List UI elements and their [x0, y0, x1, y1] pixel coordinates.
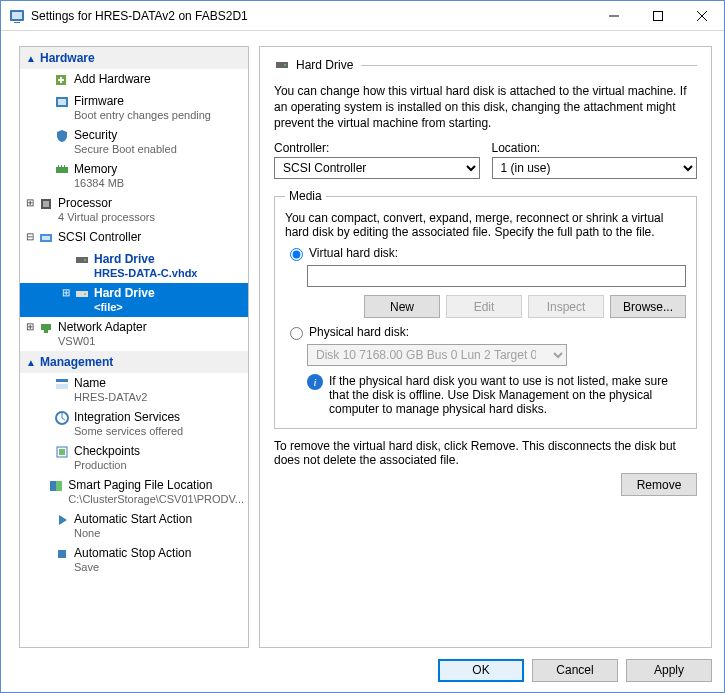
- svg-rect-34: [58, 550, 66, 558]
- svg-point-36: [284, 64, 286, 66]
- network-icon: [38, 320, 54, 336]
- name-icon: [54, 376, 70, 392]
- svg-rect-15: [64, 165, 65, 167]
- tree-security[interactable]: SecuritySecure Boot enabled: [20, 125, 248, 159]
- svg-rect-19: [42, 236, 50, 240]
- checkpoints-icon: [54, 444, 70, 460]
- paging-icon: [48, 478, 64, 494]
- new-button[interactable]: New: [364, 295, 440, 318]
- remove-desc: To remove the virtual hard disk, click R…: [274, 439, 697, 467]
- svg-rect-24: [41, 324, 51, 330]
- intro-text: You can change how this virtual hard dis…: [274, 83, 697, 131]
- expand-icon[interactable]: ⊞: [24, 321, 36, 332]
- scsi-icon: [38, 230, 54, 246]
- inspect-button: Inspect: [528, 295, 604, 318]
- shield-icon: [54, 128, 70, 144]
- svg-rect-13: [58, 165, 59, 167]
- expand-icon[interactable]: ⊞: [60, 287, 72, 298]
- svg-rect-17: [43, 201, 49, 207]
- phd-select: Disk 10 7168.00 GB Bus 0 Lun 2 Target 0: [307, 344, 567, 366]
- settings-tree[interactable]: ▲ Hardware Add Hardware FirmwareBoot ent…: [19, 46, 249, 648]
- expand-icon[interactable]: ⊞: [24, 197, 36, 208]
- tree-add-hardware[interactable]: Add Hardware: [20, 69, 248, 91]
- tree-hard-drive-1[interactable]: Hard DriveHRES-DATA-C.vhdx: [20, 249, 248, 283]
- tree-processor[interactable]: ⊞ Processor4 Virtual processors: [20, 193, 248, 227]
- ok-button[interactable]: OK: [438, 659, 524, 682]
- collapse-icon[interactable]: ⊟: [24, 231, 36, 242]
- maximize-button[interactable]: [636, 1, 680, 31]
- integration-icon: [54, 410, 70, 426]
- pane-heading: Hard Drive: [296, 58, 353, 72]
- apply-button[interactable]: Apply: [626, 659, 712, 682]
- window-title: Settings for HRES-DATAv2 on FABS2D1: [31, 9, 592, 23]
- tree-hard-drive-2[interactable]: ⊞ Hard Drive<file>: [20, 283, 248, 317]
- hard-drive-icon: [74, 252, 90, 268]
- detail-pane: Hard Drive You can change how this virtu…: [259, 46, 712, 648]
- processor-icon: [38, 196, 54, 212]
- phd-label: Physical hard disk:: [309, 325, 409, 339]
- svg-rect-35: [276, 62, 288, 68]
- svg-rect-27: [56, 384, 68, 389]
- controller-label: Controller:: [274, 141, 480, 155]
- location-select[interactable]: 1 (in use): [492, 157, 698, 179]
- svg-rect-9: [58, 79, 64, 81]
- dialog-footer: OK Cancel Apply: [1, 648, 724, 692]
- svg-rect-31: [50, 481, 56, 491]
- browse-button[interactable]: Browse...: [610, 295, 686, 318]
- phd-info-text: If the physical hard disk you want to us…: [329, 374, 686, 416]
- svg-rect-32: [56, 481, 62, 491]
- vhd-path-input[interactable]: [307, 265, 686, 287]
- svg-rect-12: [56, 167, 68, 173]
- svg-rect-22: [76, 291, 88, 297]
- app-icon: [9, 8, 25, 24]
- svg-point-23: [84, 293, 86, 295]
- close-button[interactable]: [680, 1, 724, 31]
- edit-button: Edit: [446, 295, 522, 318]
- svg-rect-26: [56, 379, 68, 382]
- tree-firmware[interactable]: FirmwareBoot entry changes pending: [20, 91, 248, 125]
- info-icon: i: [307, 374, 323, 390]
- tree-auto-start[interactable]: Automatic Start ActionNone: [20, 509, 248, 543]
- svg-rect-30: [59, 449, 65, 455]
- settings-window: Settings for HRES-DATAv2 on FABS2D1 ▲ Ha…: [0, 0, 725, 693]
- minimize-button[interactable]: [592, 1, 636, 31]
- firmware-icon: [54, 94, 70, 110]
- location-label: Location:: [492, 141, 698, 155]
- svg-rect-1: [12, 12, 22, 19]
- hard-drive-icon: [74, 286, 90, 302]
- chevron-up-icon: ▲: [26, 357, 36, 368]
- memory-icon: [54, 162, 70, 178]
- auto-start-icon: [54, 512, 70, 528]
- svg-rect-4: [654, 11, 663, 20]
- tree-auto-stop[interactable]: Automatic Stop ActionSave: [20, 543, 248, 577]
- titlebar: Settings for HRES-DATAv2 on FABS2D1: [1, 1, 724, 31]
- tree-name[interactable]: NameHRES-DATAv2: [20, 373, 248, 407]
- media-desc: You can compact, convert, expand, merge,…: [285, 211, 686, 239]
- tree-scsi-controller[interactable]: ⊟ SCSI Controller: [20, 227, 248, 249]
- remove-button[interactable]: Remove: [621, 473, 697, 496]
- svg-marker-33: [59, 515, 67, 525]
- svg-rect-11: [58, 99, 66, 105]
- controller-select[interactable]: SCSI Controller: [274, 157, 480, 179]
- vhd-label: Virtual hard disk:: [309, 246, 398, 260]
- media-legend: Media: [285, 189, 326, 203]
- section-management[interactable]: ▲ Management: [20, 351, 248, 373]
- vhd-radio[interactable]: [290, 248, 303, 261]
- svg-point-21: [84, 259, 86, 261]
- svg-rect-2: [14, 22, 20, 23]
- section-hardware[interactable]: ▲ Hardware: [20, 47, 248, 69]
- tree-network-adapter[interactable]: ⊞ Network AdapterVSW01: [20, 317, 248, 351]
- hard-drive-icon: [274, 57, 290, 73]
- tree-memory[interactable]: Memory16384 MB: [20, 159, 248, 193]
- svg-rect-14: [61, 165, 62, 167]
- tree-smart-paging[interactable]: Smart Paging File LocationC:\ClusterStor…: [20, 475, 248, 509]
- svg-rect-20: [76, 257, 88, 263]
- tree-checkpoints[interactable]: CheckpointsProduction: [20, 441, 248, 475]
- chevron-up-icon: ▲: [26, 53, 36, 64]
- cancel-button[interactable]: Cancel: [532, 659, 618, 682]
- add-hardware-icon: [54, 72, 70, 88]
- auto-stop-icon: [54, 546, 70, 562]
- svg-rect-25: [44, 330, 48, 333]
- phd-radio[interactable]: [290, 327, 303, 340]
- tree-integration-services[interactable]: Integration ServicesSome services offere…: [20, 407, 248, 441]
